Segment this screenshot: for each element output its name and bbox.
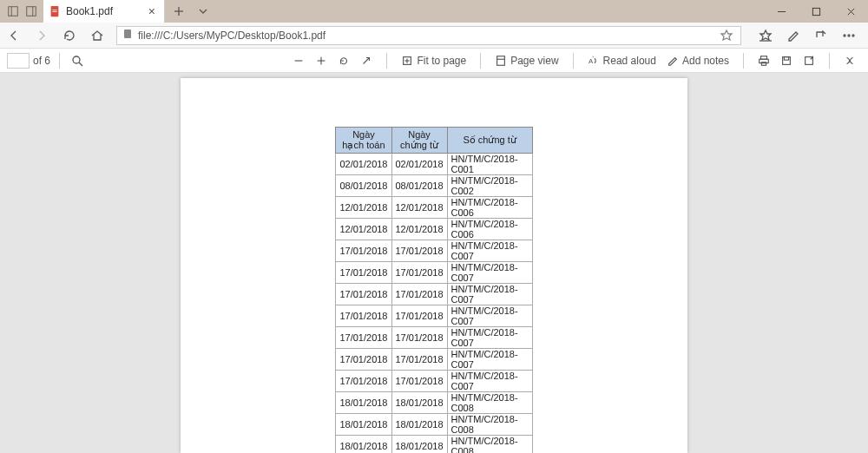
save-as-button[interactable]	[798, 55, 820, 67]
table-cell: 18/01/2018	[391, 392, 447, 414]
table-cell: HN/TM/C/2018-C007	[447, 349, 532, 371]
table-cell: HN/TM/C/2018-C007	[447, 371, 532, 392]
svg-marker-15	[760, 30, 771, 40]
share-button[interactable]	[812, 27, 830, 44]
table-row: 17/01/201817/01/2018HN/TM/C/2018-C007	[336, 371, 532, 392]
pdf-more-button[interactable]	[838, 55, 861, 67]
window-close-button[interactable]	[833, 0, 868, 23]
table-cell: HN/TM/C/2018-C007	[447, 284, 532, 305]
window-maximize-button[interactable]	[799, 0, 833, 23]
pdf-icon	[49, 5, 61, 17]
zoom-in-button[interactable]	[310, 55, 332, 67]
svg-rect-10	[812, 8, 819, 15]
save-button[interactable]	[775, 55, 798, 67]
rotate-button[interactable]	[332, 55, 355, 67]
notes-button[interactable]	[785, 27, 802, 44]
table-row: 18/01/201818/01/2018HN/TM/C/2018-C008	[336, 414, 532, 436]
favorite-button[interactable]	[718, 27, 735, 44]
svg-point-17	[844, 35, 845, 36]
find-button[interactable]	[69, 52, 86, 69]
browser-tab[interactable]: Book1.pdf ×	[43, 0, 165, 23]
table-cell: HN/TM/C/2018-C007	[447, 305, 532, 327]
table-row: 02/01/201802/01/2018HN/TM/C/2018-C001	[336, 154, 532, 175]
svg-line-21	[79, 62, 82, 66]
table-header-col3: Số chứng từ	[447, 128, 532, 154]
table-cell: 18/01/2018	[391, 436, 447, 454]
url-input[interactable]	[138, 30, 713, 42]
table-cell: 12/01/2018	[336, 197, 391, 219]
forward-button[interactable]	[33, 27, 50, 44]
table-cell: 17/01/2018	[391, 327, 447, 349]
file-icon	[122, 29, 133, 42]
table-cell: 17/01/2018	[391, 349, 447, 371]
table-row: 17/01/201817/01/2018HN/TM/C/2018-C007	[336, 284, 532, 305]
table-cell: HN/TM/C/2018-C008	[447, 436, 532, 454]
table-cell: HN/TM/C/2018-C008	[447, 414, 532, 436]
table-cell: HN/TM/C/2018-C001	[447, 154, 532, 175]
print-button[interactable]	[753, 55, 775, 67]
fit-to-page-button[interactable]: Fit to page	[396, 55, 471, 67]
new-tab-button[interactable]	[170, 3, 187, 20]
table-cell: 17/01/2018	[336, 240, 391, 262]
svg-rect-5	[52, 10, 56, 10]
table-row: 17/01/201817/01/2018HN/TM/C/2018-C007	[336, 327, 532, 349]
table-cell: 17/01/2018	[391, 240, 447, 262]
table-cell: 17/01/2018	[336, 262, 391, 284]
table-header-col2: Ngày chứng từ	[391, 128, 447, 154]
table-cell: 18/01/2018	[336, 436, 391, 454]
more-button[interactable]	[840, 27, 858, 44]
table-cell: HN/TM/C/2018-C006	[447, 219, 532, 240]
window-minimize-button[interactable]	[764, 0, 799, 23]
table-cell: 17/01/2018	[336, 371, 391, 392]
table-cell: 12/01/2018	[391, 219, 447, 240]
table-cell: 17/01/2018	[336, 305, 391, 327]
table-cell: 17/01/2018	[336, 349, 391, 371]
pdf-viewer[interactable]: Ngày hạch toán Ngày chứng từ Số chứng từ…	[0, 73, 868, 453]
refresh-button[interactable]	[61, 27, 78, 44]
table-cell: HN/TM/C/2018-C002	[447, 175, 532, 197]
table-row: 12/01/201812/01/2018HN/TM/C/2018-C006	[336, 219, 532, 240]
favorites-hub-button[interactable]	[757, 27, 774, 44]
table-cell: 12/01/2018	[391, 197, 447, 219]
table-cell: 17/01/2018	[391, 262, 447, 284]
table-cell: 08/01/2018	[391, 175, 447, 197]
table-cell: 18/01/2018	[336, 414, 391, 436]
page-view-button[interactable]: Page view	[490, 55, 563, 67]
svg-rect-35	[761, 62, 766, 65]
page-number-input[interactable]	[7, 53, 30, 69]
zoom-out-button[interactable]	[287, 55, 310, 67]
set-aside-tabs[interactable]	[0, 0, 43, 23]
table-cell: HN/TM/C/2018-C007	[447, 240, 532, 262]
table-cell: 17/01/2018	[391, 284, 447, 305]
svg-point-20	[73, 56, 80, 63]
svg-line-25	[364, 57, 370, 63]
svg-marker-14	[721, 30, 732, 40]
svg-rect-29	[497, 56, 505, 65]
home-button[interactable]	[89, 27, 106, 44]
table-cell: HN/TM/C/2018-C007	[447, 262, 532, 284]
add-notes-button[interactable]: Add notes	[661, 55, 734, 67]
table-row: 17/01/201817/01/2018HN/TM/C/2018-C007	[336, 262, 532, 284]
table-cell: 18/01/2018	[391, 414, 447, 436]
svg-rect-13	[124, 30, 131, 38]
read-aloud-button[interactable]: A»Read aloud	[582, 55, 661, 67]
url-box[interactable]	[116, 26, 741, 45]
table-cell: 17/01/2018	[391, 371, 447, 392]
tab-close-button[interactable]: ×	[147, 4, 157, 18]
table-row: 12/01/201812/01/2018HN/TM/C/2018-C006	[336, 197, 532, 219]
table-cell: HN/TM/C/2018-C006	[447, 197, 532, 219]
pdf-toolbar: of 6 Fit to page Page view A»Read aloud …	[0, 49, 868, 73]
table-cell: 08/01/2018	[336, 175, 391, 197]
address-bar	[0, 23, 868, 49]
expand-button[interactable]	[355, 55, 378, 67]
tab-dropdown[interactable]	[194, 3, 212, 20]
back-button[interactable]	[5, 27, 23, 44]
table-row: 17/01/201817/01/2018HN/TM/C/2018-C007	[336, 349, 532, 371]
pdf-table: Ngày hạch toán Ngày chứng từ Số chứng từ…	[335, 127, 532, 453]
table-cell: 18/01/2018	[336, 392, 391, 414]
table-cell: HN/TM/C/2018-C008	[447, 392, 532, 414]
svg-point-19	[852, 35, 854, 36]
pdf-page: Ngày hạch toán Ngày chứng từ Số chứng từ…	[181, 78, 687, 453]
table-cell: 17/01/2018	[391, 305, 447, 327]
title-bar: Book1.pdf ×	[0, 0, 868, 23]
